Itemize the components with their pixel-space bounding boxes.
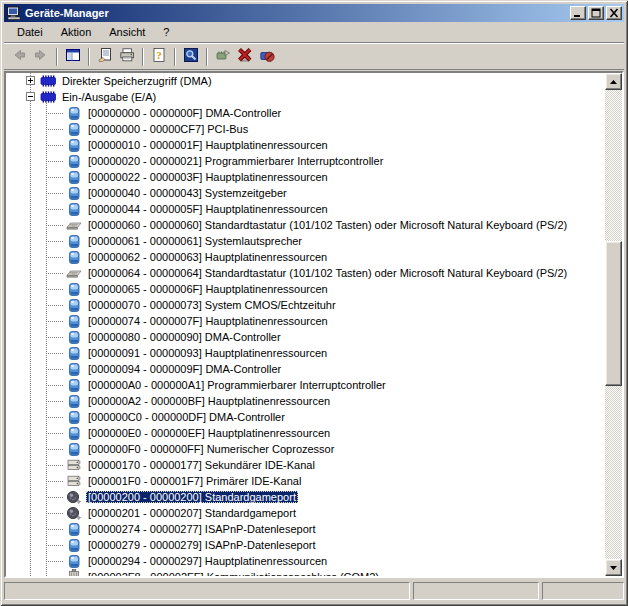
resource-icon <box>66 233 82 249</box>
menu-item-ansicht[interactable]: Ansicht <box>100 24 154 40</box>
toolbar-separator <box>142 48 144 66</box>
minimize-button[interactable] <box>570 6 586 20</box>
menu-bar: DateiAktionAnsicht? <box>4 22 624 43</box>
tree-gutter <box>6 313 66 329</box>
menu-item-hilfe[interactable]: ? <box>154 24 178 40</box>
tree-item-label: [000001F0 - 000001F7] Primärer IDE-Kanal <box>86 475 303 487</box>
resource-icon <box>66 169 82 185</box>
print-button[interactable] <box>116 46 138 68</box>
help-icon: ? <box>151 47 167 67</box>
update-driver-button[interactable] <box>212 46 234 68</box>
tree-connector-line <box>46 417 64 418</box>
tree-item-row[interactable]: [000000F0 - 000000FF] Numerischer Coproz… <box>6 441 605 457</box>
tree-gutter <box>6 457 66 473</box>
tree-item-row[interactable]: [00000074 - 0000007F] Hauptplatinenresso… <box>6 313 605 329</box>
arrow-right-icon <box>33 47 49 67</box>
tree-item-row[interactable]: [00000061 - 00000061] Systemlautsprecher <box>6 233 605 249</box>
scrollbar-thumb[interactable] <box>605 241 622 386</box>
tree-item-row[interactable]: [000000C0 - 000000DF] DMA-Controller <box>6 409 605 425</box>
scrollbar-down-button[interactable] <box>605 559 622 576</box>
tree-connector-line <box>46 529 64 530</box>
tree-item-row[interactable]: [00000022 - 0000003F] Hauptplatinenresso… <box>6 169 605 185</box>
toolbar-separator <box>206 48 208 66</box>
resource-icon <box>66 249 82 265</box>
status-bar <box>4 580 624 602</box>
scan-hardware-changes-button[interactable] <box>180 46 202 68</box>
titlebar[interactable]: Geräte-Manager <box>4 4 624 22</box>
vertical-scrollbar[interactable] <box>605 73 622 576</box>
resource-icon <box>66 329 82 345</box>
tree-item-row[interactable]: [00000274 - 00000277] ISAPnP-Datenlesepo… <box>6 521 605 537</box>
tree-item-row[interactable]: [000000A0 - 000000A1] Programmierbarer I… <box>6 377 605 393</box>
tree-item-label: [00000094 - 0000009F] DMA-Controller <box>86 363 283 375</box>
help-button[interactable]: ? <box>148 46 170 68</box>
tree-item-row[interactable]: [000001F0 - 000001F7] Primärer IDE-Kanal <box>6 473 605 489</box>
tree-item-row[interactable]: [00000279 - 00000279] ISAPnP-Datenlesepo… <box>6 537 605 553</box>
tree-connector-line <box>46 209 64 210</box>
tree-item-row[interactable]: [00000060 - 00000060] Standardtastatur (… <box>6 217 605 233</box>
tree-item-row[interactable]: [00000091 - 00000093] Hauptplatinenresso… <box>6 345 605 361</box>
tree-gutter <box>6 217 66 233</box>
tree-item-row[interactable]: [000000E0 - 000000EF] Hauptplatinenresso… <box>6 425 605 441</box>
tree-item-row[interactable]: [00000010 - 0000001F] Hauptplatinenresso… <box>6 137 605 153</box>
tree-item-row[interactable]: [00000170 - 00000177] Sekundärer IDE-Kan… <box>6 457 605 473</box>
tree-gutter <box>6 233 66 249</box>
tree-category-row[interactable]: Direkter Speicherzugriff (DMA) <box>6 73 605 89</box>
menu-item-aktion[interactable]: Aktion <box>52 24 101 40</box>
resource-icon <box>66 121 82 137</box>
tree-item-row[interactable]: [00000062 - 00000063] Hauptplatinenresso… <box>6 249 605 265</box>
toolbar: ? <box>4 43 624 70</box>
ide-icon <box>66 473 82 489</box>
tree-item-row[interactable]: [00000094 - 0000009F] DMA-Controller <box>6 361 605 377</box>
tree-item-row[interactable]: [00000064 - 00000064] Standardtastatur (… <box>6 265 605 281</box>
tree-item-row[interactable]: [00000201 - 00000207] Standardgameport <box>6 505 605 521</box>
scrollbar-up-button[interactable] <box>605 73 622 90</box>
tree-item-row[interactable]: [00000080 - 00000090] DMA-Controller <box>6 329 605 345</box>
properties-icon <box>97 47 113 67</box>
tree-connector-line <box>46 465 64 466</box>
tree-category-row[interactable]: Ein-/Ausgabe (E/A) <box>6 89 605 105</box>
show-console-tree-button[interactable] <box>62 46 84 68</box>
close-button[interactable] <box>606 6 622 20</box>
tree-item-row[interactable]: [00000000 - 0000000F] DMA-Controller <box>6 105 605 121</box>
resource-icon <box>66 345 82 361</box>
uninstall-device-button[interactable] <box>256 46 278 68</box>
tree-item-label: [00000080 - 00000090] DMA-Controller <box>86 331 283 343</box>
tree-item-row[interactable]: [00000070 - 00000073] System CMOS/Echtze… <box>6 297 605 313</box>
tree-gutter <box>6 89 40 105</box>
tree-item-label: [00000200 - 00000200] Standardgameport <box>86 491 298 503</box>
tree-connector-line <box>46 401 64 402</box>
tree-item-label: [00000064 - 00000064] Standardtastatur (… <box>86 267 569 279</box>
tree-connector-line <box>46 161 64 162</box>
tree-item-row[interactable]: [000002F8 - 000002FF] Kommunikationsansc… <box>6 569 605 576</box>
svg-text:?: ? <box>156 49 162 61</box>
resource-icon <box>66 441 82 457</box>
tree-gutter <box>6 521 66 537</box>
disable-icon <box>237 47 253 67</box>
tree-connector-line <box>46 481 64 482</box>
tree-item-row[interactable]: [00000020 - 00000021] Programmierbarer I… <box>6 153 605 169</box>
arrow-left-icon <box>11 47 27 67</box>
expand-toggle[interactable] <box>26 76 35 85</box>
tree-gutter <box>6 505 66 521</box>
disable-device-button[interactable] <box>234 46 256 68</box>
collapse-toggle[interactable] <box>26 92 35 101</box>
tree-item-row[interactable]: [00000065 - 0000006F] Hauptplatinenresso… <box>6 281 605 297</box>
tree-item-row[interactable]: [00000000 - 00000CF7] PCI-Bus <box>6 121 605 137</box>
forward-button[interactable] <box>30 46 52 68</box>
maximize-button[interactable] <box>588 6 604 20</box>
tree-connector-line <box>46 433 64 434</box>
back-button[interactable] <box>8 46 30 68</box>
tree-item-row[interactable]: [00000294 - 00000297] Hauptplatinenresso… <box>6 553 605 569</box>
resource-icon <box>66 313 82 329</box>
tree-item-row[interactable]: [00000044 - 0000005F] Hauptplatinenresso… <box>6 201 605 217</box>
tree-item-label: [00000020 - 00000021] Programmierbarer I… <box>86 155 385 167</box>
properties-button[interactable] <box>94 46 116 68</box>
tree-connector-line <box>46 353 64 354</box>
tree-gutter <box>6 473 66 489</box>
menu-item-datei[interactable]: Datei <box>8 24 52 40</box>
tree-gutter <box>6 201 66 217</box>
tree-item-row[interactable]: [00000040 - 00000043] Systemzeitgeber <box>6 185 605 201</box>
tree-item-row[interactable]: [00000200 - 00000200] Standardgameport <box>6 489 605 505</box>
tree-item-row[interactable]: [000000A2 - 000000BF] Hauptplatinenresso… <box>6 393 605 409</box>
